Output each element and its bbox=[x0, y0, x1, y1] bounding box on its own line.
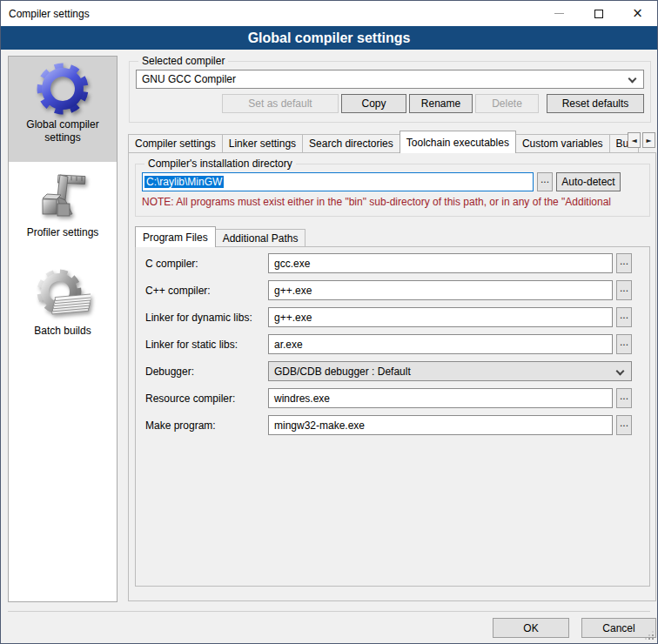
program-files-panel: C compiler: gcc.exe ... C++ compiler: g+… bbox=[135, 246, 650, 587]
field-label: Linker for dynamic libs: bbox=[145, 312, 268, 324]
subtab-program-files[interactable]: Program Files bbox=[135, 226, 216, 247]
field-label: Make program: bbox=[145, 419, 268, 432]
tab-search-directories[interactable]: Search directories bbox=[302, 134, 400, 152]
linker-dynamic-input[interactable]: g++.exe bbox=[268, 307, 613, 327]
settings-category-sidebar: Global compiler settings bbox=[8, 56, 118, 602]
resource-compiler-browse-button[interactable]: ... bbox=[616, 388, 632, 408]
c-compiler-input[interactable]: gcc.exe bbox=[268, 253, 613, 273]
minimize-icon bbox=[554, 13, 564, 14]
tab-scroll-left-icon[interactable]: ◄ bbox=[628, 132, 641, 148]
field-row-resource-compiler: Resource compiler: windres.exe ... bbox=[145, 388, 632, 408]
sidebar-item-label: Profiler settings bbox=[9, 225, 117, 245]
field-row-c-compiler: C compiler: gcc.exe ... bbox=[145, 253, 632, 273]
footer-divider bbox=[8, 611, 650, 612]
window-title: Compiler settings bbox=[1, 8, 90, 20]
minimize-button[interactable] bbox=[540, 1, 579, 26]
ok-button[interactable]: OK bbox=[493, 618, 569, 638]
tab-toolchain-executables[interactable]: Toolchain executables bbox=[400, 131, 516, 153]
copy-button[interactable]: Copy bbox=[341, 94, 406, 113]
field-label: Debugger: bbox=[145, 366, 268, 378]
field-value: GDB/CDB debugger : Default bbox=[274, 366, 411, 378]
program-files-tab-strip: Program Files Additional Paths bbox=[135, 225, 305, 246]
selected-path-text: C:\raylib\MinGW bbox=[144, 176, 224, 188]
linker-static-input[interactable]: ar.exe bbox=[268, 334, 613, 354]
installation-directory-legend: Compiler's installation directory bbox=[144, 158, 296, 170]
sidebar-item-label: Global compiler settings bbox=[9, 117, 117, 150]
field-row-cpp-compiler: C++ compiler: g++.exe ... bbox=[145, 280, 632, 300]
set-as-default-button[interactable]: Set as default bbox=[222, 94, 339, 113]
selected-compiler-legend: Selected compiler bbox=[138, 55, 228, 67]
auto-detect-button[interactable]: Auto-detect bbox=[556, 172, 621, 191]
selected-compiler-dropdown[interactable]: GNU GCC Compiler bbox=[136, 70, 644, 89]
chevron-down-icon bbox=[616, 367, 625, 376]
installation-directory-group: Compiler's installation directory C:\ray… bbox=[135, 158, 650, 217]
calipers-icon bbox=[35, 169, 91, 225]
close-button[interactable]: × bbox=[618, 1, 657, 26]
tab-custom-variables[interactable]: Custom variables bbox=[515, 134, 610, 152]
field-row-debugger: Debugger: GDB/CDB debugger : Default bbox=[145, 361, 632, 381]
tab-scroll-buttons: ◄ ► bbox=[628, 132, 655, 148]
page-title-banner: Global compiler settings bbox=[1, 26, 657, 50]
make-program-browse-button[interactable]: ... bbox=[616, 415, 632, 435]
selected-compiler-group: Selected compiler GNU GCC Compiler Set a… bbox=[129, 55, 651, 123]
installation-directory-row: C:\raylib\MinGW ... Auto-detect bbox=[142, 172, 643, 191]
rename-button[interactable]: Rename bbox=[409, 94, 473, 113]
sidebar-item-batch-builds[interactable]: Batch builds bbox=[9, 267, 117, 343]
title-bar: Compiler settings × bbox=[1, 1, 657, 26]
gray-gear-stack-icon bbox=[35, 267, 91, 323]
tab-scroll-right-icon[interactable]: ► bbox=[642, 132, 655, 148]
c-compiler-browse-button[interactable]: ... bbox=[616, 253, 632, 273]
window-controls: × bbox=[540, 1, 657, 26]
compiler-actions-row: Set as default Copy Rename Delete Reset … bbox=[136, 94, 644, 113]
cpp-compiler-input[interactable]: g++.exe bbox=[268, 280, 613, 300]
sidebar-item-label: Batch builds bbox=[9, 323, 117, 343]
field-value: ar.exe bbox=[274, 339, 303, 351]
selected-compiler-value: GNU GCC Compiler bbox=[142, 73, 236, 85]
tab-linker-settings[interactable]: Linker settings bbox=[222, 134, 303, 152]
sidebar-item-global-compiler-settings[interactable]: Global compiler settings bbox=[9, 57, 117, 162]
resource-compiler-input[interactable]: windres.exe bbox=[268, 388, 613, 408]
toolchain-executables-panel: Compiler's installation directory C:\ray… bbox=[128, 152, 656, 601]
maximize-button[interactable] bbox=[579, 1, 618, 26]
installation-directory-input[interactable]: C:\raylib\MinGW bbox=[142, 172, 534, 191]
chevron-down-icon bbox=[628, 75, 637, 84]
close-icon: × bbox=[632, 7, 643, 20]
bin-subdirectory-note: NOTE: All programs must exist either in … bbox=[142, 196, 643, 208]
maximize-icon bbox=[594, 10, 603, 18]
linker-dynamic-browse-button[interactable]: ... bbox=[616, 307, 632, 327]
field-label: C compiler: bbox=[145, 258, 268, 270]
subtab-additional-paths[interactable]: Additional Paths bbox=[215, 229, 306, 246]
sidebar-item-profiler-settings[interactable]: Profiler settings bbox=[9, 165, 117, 245]
blue-gear-icon bbox=[35, 61, 91, 117]
field-value: gcc.exe bbox=[274, 258, 310, 270]
field-value: g++.exe bbox=[274, 312, 312, 324]
make-program-input[interactable]: mingw32-make.exe bbox=[268, 415, 613, 435]
field-label: Resource compiler: bbox=[145, 392, 268, 405]
field-row-linker-dynamic: Linker for dynamic libs: g++.exe ... bbox=[145, 307, 632, 327]
cpp-compiler-browse-button[interactable]: ... bbox=[616, 280, 632, 300]
resize-grip[interactable] bbox=[643, 629, 654, 640]
installation-directory-browse-button[interactable]: ... bbox=[537, 172, 553, 191]
debugger-dropdown[interactable]: GDB/CDB debugger : Default bbox=[268, 361, 632, 381]
field-value: mingw32-make.exe bbox=[274, 419, 365, 432]
field-value: windres.exe bbox=[274, 392, 330, 405]
delete-button[interactable]: Delete bbox=[475, 94, 539, 113]
tab-compiler-settings[interactable]: Compiler settings bbox=[128, 134, 223, 152]
settings-tab-strip: Compiler settings Linker settings Search… bbox=[128, 131, 656, 152]
field-row-linker-static: Linker for static libs: ar.exe ... bbox=[145, 334, 632, 354]
linker-static-browse-button[interactable]: ... bbox=[616, 334, 632, 354]
field-row-make-program: Make program: mingw32-make.exe ... bbox=[145, 415, 632, 435]
field-label: C++ compiler: bbox=[145, 285, 268, 297]
compiler-settings-dialog: Compiler settings × Global compiler sett… bbox=[0, 0, 658, 644]
reset-defaults-button[interactable]: Reset defaults bbox=[547, 94, 644, 113]
field-label: Linker for static libs: bbox=[145, 339, 268, 351]
field-value: g++.exe bbox=[274, 285, 312, 297]
